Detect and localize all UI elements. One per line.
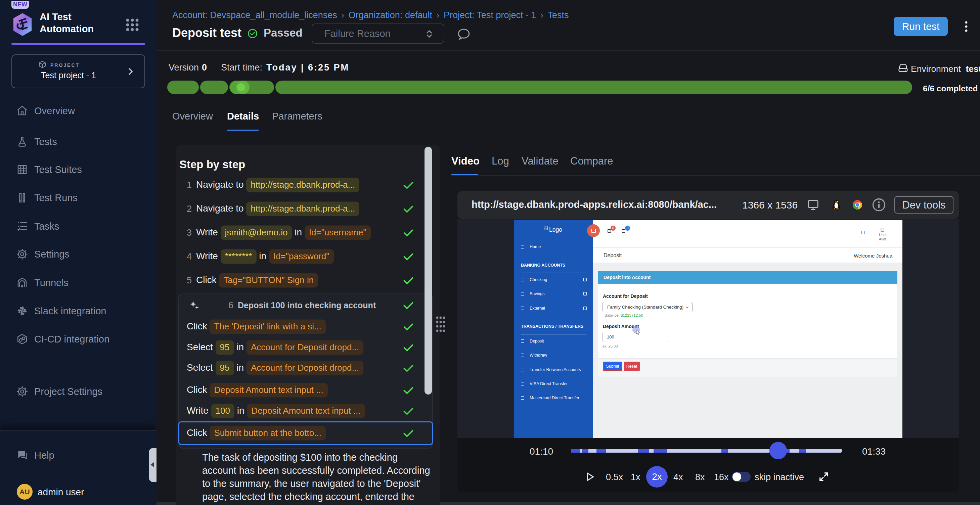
svg-text:?: ? (20, 451, 23, 456)
